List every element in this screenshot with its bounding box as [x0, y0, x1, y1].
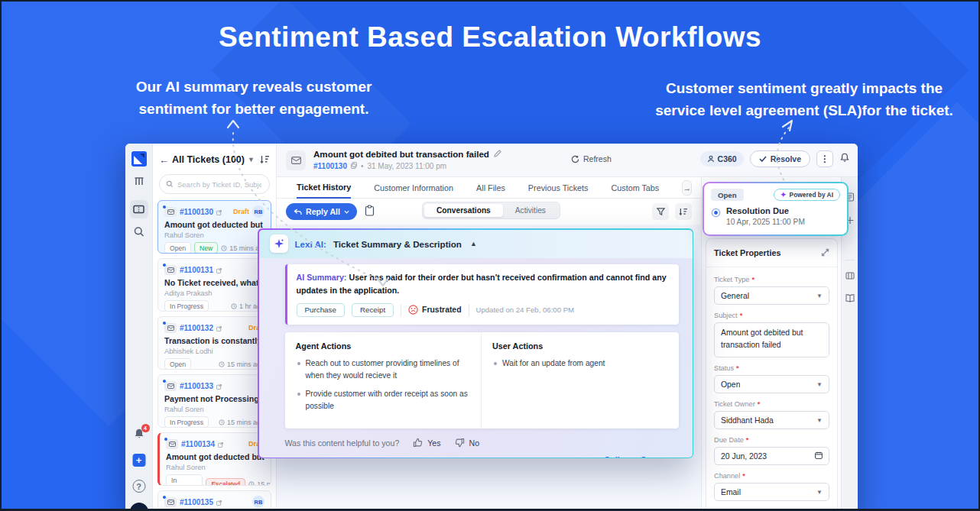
clipboard-icon[interactable]	[365, 205, 375, 219]
agent-action-item: Reach out to customer providing timeline…	[296, 357, 471, 382]
expand-panel-icon[interactable]	[821, 246, 829, 260]
filter-funnel-icon[interactable]	[652, 203, 669, 220]
sentiment-label: Frustrated	[422, 306, 461, 314]
customer-name: Abhishek Lodhi	[164, 348, 264, 355]
tab-all-files[interactable]: All Files	[476, 177, 505, 199]
ticket-id: #1100135	[180, 498, 213, 506]
tabs-overflow-arrow[interactable]: →	[682, 180, 692, 196]
external-link-icon[interactable]	[216, 321, 222, 335]
segment-activities[interactable]: Activities	[503, 204, 558, 217]
envelope-icon	[164, 265, 177, 275]
separator-dot: •	[361, 162, 364, 170]
tab-previous-tickets[interactable]: Previous Tickets	[528, 177, 589, 199]
external-link-icon[interactable]	[216, 495, 222, 509]
callout-left: Our AI summary reveals customer sentimen…	[109, 76, 399, 120]
user-avatar[interactable]	[130, 503, 148, 511]
list-sort-icon[interactable]	[260, 153, 270, 167]
sparkle-ai-icon	[270, 234, 288, 253]
field-label: Priority	[714, 508, 736, 511]
ticket-card-escalated[interactable]: #1100134 Draft Amount got deducted but t…	[157, 432, 271, 486]
chevron-down-icon: ▼	[816, 293, 823, 299]
right-connector-arrowhead-top	[783, 121, 792, 131]
ticket-card[interactable]: #1100131 No Ticket received, what is ha.…	[157, 258, 271, 312]
channel-email-icon	[286, 150, 306, 170]
ticket-owner-select[interactable]: Siddhant Hada▼	[714, 411, 829, 429]
subject-textarea[interactable]: Amount got debited but transaction faile…	[714, 322, 829, 357]
resolve-button[interactable]: Resolve	[750, 150, 810, 167]
ai-summary-text: User has paid for their order but hasn't…	[297, 273, 667, 295]
ticket-id: #1100133	[180, 382, 213, 390]
external-link-icon[interactable]	[216, 379, 222, 393]
external-link-icon[interactable]	[216, 205, 222, 218]
ticket-card[interactable]: #1100130 Draft RB Amount got deducted bu…	[157, 200, 271, 254]
segment-conversations[interactable]: Conversations	[424, 204, 503, 217]
edit-subject-icon[interactable]	[494, 149, 501, 159]
channel-select[interactable]: Email▼	[714, 483, 829, 501]
clock-icon	[219, 361, 225, 367]
status-chip: Open	[164, 358, 191, 370]
field-label: Status	[714, 364, 734, 372]
header-bell-icon[interactable]	[839, 152, 850, 167]
collapse-summary-link[interactable]: Collapse Summary	[285, 455, 679, 458]
envelope-icon	[164, 207, 177, 217]
back-arrow-icon[interactable]: ←	[159, 154, 169, 166]
unread-dot	[163, 496, 166, 499]
status-select[interactable]: Open▼	[714, 375, 829, 393]
more-options-button[interactable]: ⋮	[816, 150, 833, 167]
sort-icon[interactable]	[675, 203, 692, 220]
copy-icon[interactable]	[351, 162, 357, 170]
help-icon[interactable]: ?	[132, 480, 145, 493]
unread-dot	[163, 205, 166, 209]
ticket-card[interactable]: #1100132 Draft Transaction is constantly…	[157, 316, 271, 370]
knowledge-book-icon[interactable]	[845, 292, 855, 306]
tab-ticket-history[interactable]: Ticket History	[297, 177, 351, 199]
list-title: All Tickets (100)	[172, 154, 245, 165]
external-link-icon[interactable]	[216, 263, 222, 277]
chevron-down-icon: ▼	[816, 489, 823, 496]
required-marker: *	[742, 472, 745, 480]
dashboard-icon[interactable]	[133, 176, 144, 187]
ai-summary-header[interactable]: Lexi AI: Ticket Summary & Description ▲	[259, 230, 693, 258]
tab-custom-tabs[interactable]: Custom Tabs	[611, 177, 659, 199]
collapse-caret-icon[interactable]: ▲	[470, 240, 477, 247]
status-chip: In Progress	[166, 474, 203, 486]
field-label: Due Date	[714, 436, 744, 444]
ticket-type-select[interactable]: General▼	[714, 286, 829, 305]
tickets-nav-icon[interactable]	[130, 200, 148, 218]
ticket-card[interactable]: #1100133 Payment not Processing Rahul So…	[157, 374, 271, 428]
sla-status-badge: Open	[711, 189, 744, 201]
field-label: Subject	[714, 312, 738, 319]
feedback-no-button[interactable]: No	[455, 438, 480, 448]
ticket-properties-panel: Ticket Properties Ticket Type* General▼ …	[706, 238, 838, 511]
due-date-input[interactable]: 20 Jun, 2023	[714, 447, 829, 465]
feedback-yes-button[interactable]: Yes	[413, 438, 440, 448]
window-layout-icon[interactable]	[845, 269, 855, 283]
customer-name: Aditya Prakash	[164, 289, 264, 297]
resolution-due-date: 10 Apr, 2025 11:00 PM	[726, 218, 805, 226]
powered-by-ai-badge: ✦ Powered by AI	[774, 189, 840, 201]
search-input[interactable]	[177, 180, 261, 189]
target-radio-icon	[711, 208, 721, 218]
ticket-card[interactable]: #1100135 RB	[157, 490, 271, 510]
app-logo	[131, 151, 147, 167]
notification-count-badge: 4	[141, 424, 150, 432]
tab-customer-information[interactable]: Customer Information	[374, 177, 453, 199]
page-title: Sentiment Based Escalation Workflows	[2, 21, 978, 53]
clock-icon	[248, 481, 255, 487]
ticket-id: #1100134	[181, 440, 215, 448]
required-marker: *	[751, 276, 754, 283]
ticket-search[interactable]	[159, 174, 270, 194]
clock-icon	[219, 419, 225, 425]
external-link-icon[interactable]	[218, 437, 223, 451]
thumbs-down-icon	[455, 438, 465, 448]
c360-button[interactable]: C360	[700, 151, 744, 167]
notifications-bell-icon[interactable]: 4	[133, 428, 145, 440]
chevron-down-icon[interactable]: ▼	[248, 156, 255, 163]
resolution-due-popup: Open ✦ Powered by AI Resolution Due 10 A…	[703, 182, 849, 236]
search-nav-icon[interactable]	[133, 226, 144, 238]
sparkle-icon: ✦	[780, 191, 787, 199]
refresh-button[interactable]: Refresh	[571, 154, 612, 163]
add-button[interactable]: +	[132, 454, 145, 467]
unread-dot	[163, 322, 166, 325]
reply-all-button[interactable]: Reply All	[286, 203, 357, 220]
